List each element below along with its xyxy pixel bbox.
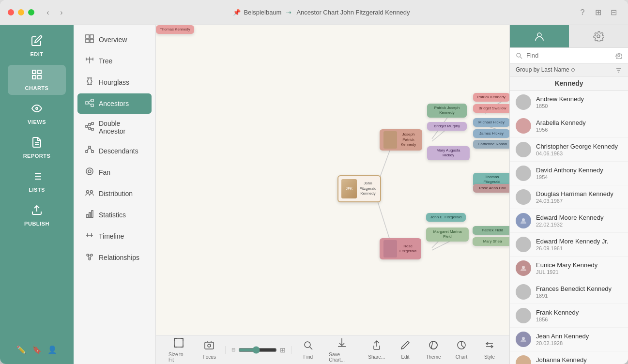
sidebar-item-publish[interactable]: PUBLISH (8, 200, 66, 230)
tree-node-thomas-kennedy[interactable]: Thomas Kennedy (156, 25, 194, 34)
settings-tab[interactable] (569, 25, 628, 47)
focus-button[interactable]: Focus (197, 337, 221, 363)
person-item-david-kennedy[interactable]: David Anthony Kennedy1954 (510, 162, 628, 185)
canvas-area: JFK John Fitzgerald Kennedy Joseph Patri… (156, 25, 509, 364)
tree-node-pjk[interactable]: Patrick Joseph Kennedy (427, 104, 467, 118)
titlebar-right: ? ⊞ ⊟ (576, 6, 620, 19)
edit-button[interactable]: Edit (393, 337, 417, 363)
share-button[interactable]: Share... (364, 337, 389, 363)
close-button[interactable] (8, 9, 14, 15)
nav-item-descendants[interactable]: Descendants (77, 141, 152, 161)
tree-node-rose-anna-cox[interactable]: Rose Anna Cox (473, 184, 509, 193)
person-info-edward-kennedy-jr: Edward More Kennedy Jr.26.09.1961 (536, 238, 622, 251)
nav-item-fan[interactable]: Fan (77, 162, 152, 182)
person-item-arabella-kennedy[interactable]: Arabella Kennedy1956 (510, 114, 628, 138)
views-label: VIEWS (28, 119, 46, 125)
nav-item-overview[interactable]: Overview (77, 30, 152, 50)
tree-node-jef[interactable]: John E. Fitzgerald (426, 213, 466, 222)
statistics-icon (85, 210, 94, 220)
person-info-johanna-kennedy: Johanna Kennedy04.12.1852 (536, 356, 622, 364)
person-name-christopher-kennedy: Christopher George Kennedy (536, 143, 622, 150)
svg-rect-2 (38, 76, 41, 79)
person-item-douglas-kennedy[interactable]: Douglas Harriman Kennedy24.03.1967 (510, 185, 628, 209)
right-panel-header (510, 25, 628, 48)
tree-node-catherine-ronan[interactable]: Catherine Ronan (473, 140, 509, 149)
tree-node-mary-shea[interactable]: Mary Shea (473, 237, 509, 246)
style-button[interactable]: Style (477, 337, 502, 363)
svg-rect-17 (90, 39, 93, 43)
statistics-label: Statistics (99, 211, 126, 219)
pencil-icon[interactable]: ✏️ (16, 345, 26, 354)
help-button[interactable]: ? (576, 6, 589, 19)
chart-button[interactable]: Chart (449, 337, 474, 363)
theme-button[interactable]: Theme (421, 337, 445, 363)
tree-node-bridget-sw[interactable]: Bridget Swallow (473, 104, 509, 113)
person-item-edward-kennedy[interactable]: Edward Moore Kennedy22.02.1932 (510, 209, 628, 233)
edit-toolbar-icon (400, 340, 411, 353)
svg-rect-44 (89, 212, 91, 217)
size-to-fit-button[interactable]: Size to Fit (164, 334, 193, 364)
search-input[interactable] (526, 52, 612, 59)
tree-node-bm[interactable]: Bridget Murphy (427, 122, 467, 131)
nav-item-timeline[interactable]: Timeline (77, 226, 152, 246)
person-item-jean-kennedy[interactable]: Jean Ann Kennedy20.02.1928 (510, 328, 628, 351)
person-icon[interactable]: 👤 (47, 345, 57, 354)
tree-node-jfk[interactable]: JFK John Fitzgerald Kennedy (337, 175, 381, 202)
save-chart-button[interactable]: Save Chart... (324, 334, 360, 364)
tree-node-michael-hickey[interactable]: Michael Hickey (473, 118, 509, 127)
tree-canvas[interactable]: JFK John Fitzgerald Kennedy Joseph Patri… (156, 25, 509, 335)
tree-node-james-hickey[interactable]: James Hickey (473, 129, 509, 138)
person-item-eunice-kennedy[interactable]: Eunice Mary KennedyJUL 1921 (510, 257, 628, 280)
person-info-andrew-kennedy: Andrew Kennedy1850 (536, 95, 622, 109)
person-item-andrew-kennedy[interactable]: Andrew Kennedy1850 (510, 91, 628, 114)
tree-node-patrick-field[interactable]: Patrick Field (473, 226, 509, 235)
tree-node-jpk[interactable]: Joseph Patrick Kennedy (380, 129, 422, 151)
person-info-david-kennedy: David Anthony Kennedy1954 (536, 167, 622, 180)
forward-button[interactable]: › (56, 7, 67, 18)
nav-item-statistics[interactable]: Statistics (77, 205, 152, 225)
person-avatar-edward-kennedy-jr (516, 237, 531, 252)
bookmark-icon[interactable]: 🔖 (32, 345, 42, 354)
sidebar-item-lists[interactable]: LISTS (8, 167, 66, 197)
person-item-christopher-kennedy[interactable]: Christopher George Kennedy04.06.1963 (510, 138, 628, 162)
person-tab[interactable] (510, 25, 569, 47)
group-by-label[interactable]: Group by Last Name ◇ (516, 66, 575, 73)
maximize-button[interactable] (28, 9, 34, 15)
person-item-johanna-kennedy[interactable]: Johanna Kennedy04.12.1852 (510, 351, 628, 364)
distribution-icon (85, 188, 94, 199)
charts-icon (31, 69, 43, 83)
tree-node-mmf[interactable]: Margaret Marina Field (426, 228, 469, 242)
sidebar-item-edit[interactable]: EDIT (8, 31, 66, 61)
search-settings-icon[interactable] (615, 52, 622, 59)
window-toggle-button[interactable]: ⊞ (591, 6, 605, 19)
person-item-frances-kennedy[interactable]: Frances Benedict Kennedy1891 (510, 280, 628, 304)
person-info-douglas-kennedy: Douglas Harriman Kennedy24.03.1967 (536, 190, 622, 204)
person-info-arabella-kennedy: Arabella Kennedy1956 (536, 119, 622, 133)
find-button[interactable]: Find (296, 337, 320, 363)
nav-item-tree[interactable]: Tree (77, 51, 152, 71)
sidebar-item-views[interactable]: VIEWS (8, 99, 66, 129)
group-sort-icon[interactable] (615, 66, 622, 73)
sidebar-item-charts[interactable]: CHARTS (8, 65, 66, 95)
nav-item-relationships[interactable]: Relationships (77, 247, 152, 268)
tree-node-mah[interactable]: Mary Augusta Hickey (427, 146, 470, 160)
person-name-andrew-kennedy: Andrew Kennedy (536, 95, 622, 103)
nav-item-double-ancestor[interactable]: Double Ancestor (77, 115, 152, 140)
tree-node-rose[interactable]: Rose Fitzgerald (380, 238, 421, 259)
person-avatar-david-kennedy (516, 166, 531, 181)
zoom-slider[interactable] (238, 346, 277, 354)
nav-item-ancestors[interactable]: Ancestors (77, 93, 152, 114)
nav-item-hourglass[interactable]: Hourglass (77, 72, 152, 92)
edit-label: EDIT (30, 51, 43, 57)
minimize-button[interactable] (18, 9, 24, 15)
split-button[interactable]: ⊟ (607, 6, 620, 19)
theme-label: Theme (426, 354, 441, 360)
nav-item-distribution[interactable]: Distribution (77, 183, 152, 204)
person-item-edward-kennedy-jr[interactable]: Edward More Kennedy Jr.26.09.1961 (510, 233, 628, 257)
pin-icon: 📌 (233, 9, 241, 16)
back-button[interactable]: ‹ (42, 7, 54, 18)
tree-node-pat-kennedy[interactable]: Patrick Kennedy (473, 93, 509, 102)
person-item-frank-kennedy[interactable]: Frank Kennedy1856 (510, 304, 628, 328)
sidebar-item-reports[interactable]: REPORTS (8, 133, 66, 163)
size-to-fit-label: Size to Fit (168, 352, 188, 363)
